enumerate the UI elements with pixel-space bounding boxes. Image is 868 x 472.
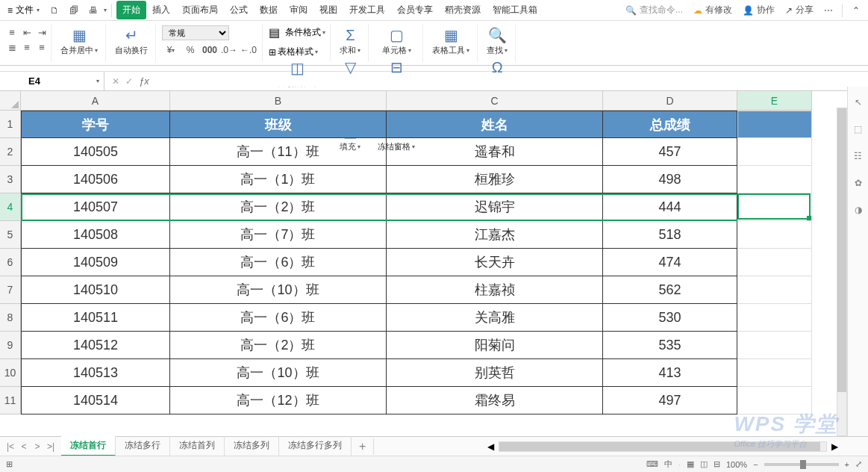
- cell[interactable]: [737, 249, 812, 276]
- zoom-thumb[interactable]: [800, 460, 806, 469]
- horizontal-scrollbar[interactable]: [499, 441, 827, 452]
- menu-tab-6[interactable]: 视图: [313, 1, 343, 19]
- data-cell[interactable]: 140514: [21, 387, 170, 414]
- scroll-right-icon[interactable]: ▶: [831, 441, 838, 452]
- expand-icon[interactable]: ⤢: [855, 459, 862, 469]
- zoom-out-icon[interactable]: −: [753, 460, 758, 469]
- col-header-C[interactable]: C: [387, 91, 603, 111]
- cell[interactable]: [737, 221, 812, 249]
- scroll-left-icon[interactable]: ◀: [487, 441, 494, 452]
- data-cell[interactable]: 140510: [21, 276, 170, 304]
- data-cell[interactable]: 高一（1）班: [170, 166, 387, 193]
- save-icon[interactable]: 🗋: [46, 2, 63, 19]
- merge-button[interactable]: ▦合并居中▾: [57, 25, 101, 58]
- data-cell[interactable]: 535: [603, 332, 737, 359]
- name-box[interactable]: ▾: [0, 72, 104, 90]
- formula-input[interactable]: [155, 75, 861, 87]
- col-header-A[interactable]: A: [21, 91, 170, 111]
- data-cell[interactable]: 140506: [21, 166, 170, 193]
- print-icon[interactable]: 🖶: [84, 2, 102, 19]
- menu-tab-3[interactable]: 公式: [224, 1, 254, 19]
- cell-button[interactable]: ▢单元格▾: [379, 25, 414, 58]
- tabletool-button[interactable]: ▦表格工具▾: [429, 25, 472, 58]
- sheet-nav-btn[interactable]: <: [18, 441, 30, 452]
- data-cell[interactable]: 457: [603, 138, 737, 166]
- menu-tab-9[interactable]: 稻壳资源: [439, 1, 487, 19]
- currency-icon[interactable]: ¥▾: [162, 43, 180, 57]
- data-cell[interactable]: 140507: [21, 193, 170, 221]
- data-cell[interactable]: 474: [603, 249, 737, 276]
- sheet-tab[interactable]: 冻结多行: [116, 436, 170, 456]
- table-style-button[interactable]: ⊞表格样式▾: [269, 46, 318, 58]
- dec-dec-icon[interactable]: ←.0: [240, 43, 257, 57]
- chevron-down-icon[interactable]: ▾: [104, 7, 107, 13]
- add-sheet-button[interactable]: +: [352, 438, 374, 455]
- cursor-icon[interactable]: ↖: [852, 96, 865, 109]
- col-header-E[interactable]: E: [737, 91, 812, 111]
- data-cell[interactable]: 530: [603, 304, 737, 332]
- view-break-icon[interactable]: ⊟: [714, 459, 720, 469]
- align-right-icon[interactable]: ≡: [35, 40, 49, 54]
- data-cell[interactable]: 阳菊问: [387, 332, 603, 359]
- menu-tab-4[interactable]: 数据: [254, 1, 284, 19]
- data-cell[interactable]: 140512: [21, 332, 170, 359]
- indent-dec-icon[interactable]: ⇤: [20, 25, 34, 39]
- view-normal-icon[interactable]: ▦: [687, 459, 694, 469]
- cell[interactable]: [737, 111, 812, 138]
- data-cell[interactable]: 518: [603, 221, 737, 249]
- share-button[interactable]: ↗分享: [781, 2, 818, 18]
- row-header-3[interactable]: 3: [0, 166, 21, 193]
- vertical-scrollbar[interactable]: [837, 108, 847, 436]
- menu-tab-7[interactable]: 开发工具: [343, 1, 391, 19]
- data-cell[interactable]: 562: [603, 276, 737, 304]
- data-cell[interactable]: 高一（10）班: [170, 359, 387, 387]
- data-cell[interactable]: 遥春和: [387, 138, 603, 166]
- select-icon[interactable]: ⬚: [852, 122, 865, 136]
- row-header-11[interactable]: 11: [0, 387, 21, 414]
- cell[interactable]: [737, 359, 812, 387]
- data-cell[interactable]: 江嘉杰: [387, 221, 603, 249]
- sheet-tab[interactable]: 冻结首行: [61, 436, 116, 456]
- data-cell[interactable]: 140509: [21, 249, 170, 276]
- data-cell[interactable]: 迟锦宇: [387, 193, 603, 221]
- header-cell[interactable]: 总成绩: [603, 111, 737, 138]
- sum-button[interactable]: Σ求和▾: [337, 25, 363, 58]
- sheet-nav-btn[interactable]: |<: [4, 441, 16, 452]
- align-left2-icon[interactable]: ≣: [5, 40, 19, 54]
- data-cell[interactable]: 140511: [21, 304, 170, 332]
- menu-tab-1[interactable]: 插入: [146, 1, 176, 19]
- col-header-D[interactable]: D: [603, 91, 737, 111]
- col-header-B[interactable]: B: [170, 91, 387, 111]
- data-cell[interactable]: 关高雅: [387, 304, 603, 332]
- fx-label[interactable]: ƒx: [139, 75, 149, 87]
- header-cell[interactable]: 班级: [170, 111, 387, 138]
- comma-icon[interactable]: 000: [201, 43, 219, 57]
- data-cell[interactable]: 高一（7）班: [170, 221, 387, 249]
- data-cell[interactable]: 柱嘉祯: [387, 276, 603, 304]
- cell[interactable]: [737, 193, 812, 221]
- saveas-icon[interactable]: 🗐: [65, 2, 83, 19]
- percent-icon[interactable]: %: [181, 43, 199, 57]
- cell[interactable]: [737, 276, 812, 304]
- display-icon[interactable]: 中: [664, 459, 672, 470]
- chevron-down-icon[interactable]: ▾: [96, 78, 99, 84]
- unsaved-indicator[interactable]: ☁有修改: [689, 2, 737, 18]
- name-box-input[interactable]: [4, 75, 64, 87]
- data-cell[interactable]: 498: [603, 166, 737, 193]
- status-icon[interactable]: ⊞: [6, 459, 13, 469]
- data-cell[interactable]: 140513: [21, 359, 170, 387]
- row-header-2[interactable]: 2: [0, 138, 21, 166]
- zoom-slider[interactable]: [764, 463, 839, 466]
- cell[interactable]: [737, 332, 812, 359]
- data-cell[interactable]: 桓雅珍: [387, 166, 603, 193]
- align-left-icon[interactable]: ≡: [5, 25, 19, 39]
- cond-format-button[interactable]: ▤ 条件格式▾: [269, 25, 325, 40]
- dec-inc-icon[interactable]: .0→: [220, 43, 238, 57]
- command-search[interactable]: 🔍 查找命令...: [621, 2, 687, 18]
- view-page-icon[interactable]: ◫: [700, 459, 708, 469]
- data-cell[interactable]: 高一（6）班: [170, 304, 387, 332]
- menu-tab-10[interactable]: 智能工具箱: [487, 1, 543, 19]
- help-icon[interactable]: ◑: [852, 203, 865, 217]
- data-cell[interactable]: 高一（10）班: [170, 276, 387, 304]
- sheet-tab[interactable]: 冻结首列: [170, 436, 225, 456]
